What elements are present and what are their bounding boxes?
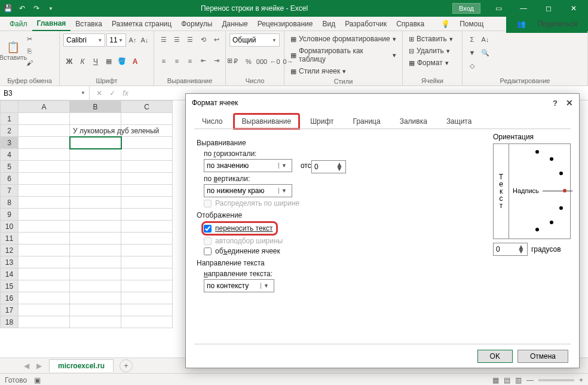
tab-developer[interactable]: Разработчик xyxy=(340,17,391,30)
cancel-button[interactable]: Отмена xyxy=(517,350,568,363)
fx-icon[interactable]: fx xyxy=(121,89,130,97)
tab-view[interactable]: Вид xyxy=(317,17,340,30)
dlg-tab-font[interactable]: Шрифт xyxy=(302,114,341,129)
dlg-tab-fill[interactable]: Заливка xyxy=(392,114,435,129)
enter-formula-icon[interactable]: ✓ xyxy=(108,89,117,97)
wrap-text-icon[interactable]: ↩ xyxy=(210,33,222,45)
row-header[interactable]: 3 xyxy=(1,137,19,149)
find-icon[interactable]: 🔍 xyxy=(479,47,491,59)
paste-button[interactable]: 📋Вставить xyxy=(4,36,23,65)
login-button[interactable]: Вход xyxy=(452,3,480,14)
cancel-formula-icon[interactable]: ✕ xyxy=(94,89,104,97)
row-header[interactable]: 1 xyxy=(1,113,19,125)
tab-help[interactable]: Справка xyxy=(391,17,429,30)
copy-icon[interactable]: ⎘ xyxy=(24,45,35,56)
dlg-tab-alignment[interactable]: Выравнивание xyxy=(234,114,299,129)
save-icon[interactable]: 💾 xyxy=(2,3,13,14)
decrease-indent-icon[interactable]: ⇤ xyxy=(197,55,209,67)
align-middle-icon[interactable]: ☰ xyxy=(171,33,183,45)
add-sheet-button[interactable]: + xyxy=(120,359,133,372)
row-header[interactable]: 5 xyxy=(1,161,19,173)
normal-view-icon[interactable]: ▦ xyxy=(492,376,499,384)
row-header[interactable]: 16 xyxy=(1,292,19,304)
increase-font-icon[interactable]: A↑ xyxy=(127,35,138,45)
comma-icon[interactable]: 000 xyxy=(256,56,268,68)
row-header[interactable]: 8 xyxy=(1,197,19,209)
zoom-in-icon[interactable]: + xyxy=(579,376,583,384)
active-cell[interactable] xyxy=(70,137,121,149)
vertical-text-button[interactable]: Текст xyxy=(494,144,509,239)
underline-button[interactable]: Ч xyxy=(90,56,102,68)
qat-dropdown-icon[interactable]: ▼ xyxy=(45,3,56,14)
dlg-tab-number[interactable]: Число xyxy=(194,114,231,129)
prev-sheet-icon[interactable]: ◀ xyxy=(24,362,29,370)
redo-icon[interactable]: ↷ xyxy=(31,3,42,14)
dialog-help-icon[interactable]: ? xyxy=(553,99,558,108)
cut-icon[interactable]: ✂ xyxy=(24,33,35,44)
dialog-close-icon[interactable]: ✕ xyxy=(566,98,573,108)
bold-button[interactable]: Ж xyxy=(63,56,75,68)
fill-icon[interactable]: ▼ xyxy=(466,47,478,59)
conditional-formatting-button[interactable]: ▦ Условное форматирование ▾ xyxy=(288,33,399,44)
share-button[interactable]: 👥 Поделиться xyxy=(506,15,588,33)
zoom-out-icon[interactable]: — xyxy=(526,376,534,384)
row-header[interactable]: 4 xyxy=(1,149,19,161)
font-color-icon[interactable]: A xyxy=(129,56,141,68)
tab-data[interactable]: Данные xyxy=(217,17,252,30)
help-search[interactable]: Помощ xyxy=(455,17,488,30)
next-sheet-icon[interactable]: ▶ xyxy=(36,362,42,370)
tab-insert[interactable]: Вставка xyxy=(71,17,107,30)
zoom-slider[interactable] xyxy=(538,379,574,381)
insert-cells-button[interactable]: ⊞ Вставить ▾ xyxy=(406,33,458,44)
orientation-icon[interactable]: ⟲ xyxy=(197,33,209,45)
select-all-corner[interactable] xyxy=(1,101,19,113)
macro-record-icon[interactable]: ▣ xyxy=(34,376,41,384)
row-header[interactable]: 7 xyxy=(1,185,19,197)
dlg-tab-protection[interactable]: Защита xyxy=(439,114,480,129)
orientation-control[interactable]: Текст Надпись xyxy=(493,143,571,239)
tab-file[interactable]: Файл xyxy=(5,17,32,30)
tab-home[interactable]: Главная xyxy=(32,17,71,31)
row-header[interactable]: 6 xyxy=(1,173,19,185)
borders-icon[interactable]: ▦ xyxy=(103,56,115,68)
dlg-tab-border[interactable]: Граница xyxy=(345,114,388,129)
row-header[interactable]: 9 xyxy=(1,209,19,221)
row-header[interactable]: 17 xyxy=(1,304,19,316)
accounting-icon[interactable]: ₽ xyxy=(229,56,241,68)
wrap-text-checkbox[interactable]: переносить текст xyxy=(204,224,275,233)
number-format-combo[interactable]: Общий▼ xyxy=(229,33,280,47)
row-header[interactable]: 13 xyxy=(1,256,19,268)
font-name-combo[interactable]: Calibri▼ xyxy=(63,33,105,47)
row-header[interactable]: 11 xyxy=(1,233,19,245)
autosum-icon[interactable]: Σ xyxy=(466,33,478,45)
vertical-combo[interactable]: по нижнему краю▼ xyxy=(204,184,292,197)
tab-page-layout[interactable]: Разметка страниц xyxy=(107,17,176,30)
format-cells-button[interactable]: ▦ Формат ▾ xyxy=(406,57,458,68)
font-size-combo[interactable]: 11▼ xyxy=(106,33,126,47)
percent-icon[interactable]: % xyxy=(243,56,255,68)
tab-review[interactable]: Рецензирование xyxy=(253,17,318,30)
align-right-icon[interactable]: ≡ xyxy=(184,55,196,67)
format-painter-icon[interactable]: 🖌 xyxy=(24,57,35,68)
fill-color-icon[interactable]: 🪣 xyxy=(116,56,128,68)
col-header[interactable]: A xyxy=(19,101,70,113)
col-header[interactable]: C xyxy=(121,101,173,113)
undo-icon[interactable]: ↶ xyxy=(17,3,27,14)
degrees-spinner[interactable]: 0▲▼ xyxy=(493,243,528,256)
page-layout-icon[interactable]: ▤ xyxy=(504,376,510,384)
sheet-tab[interactable]: microexcel.ru xyxy=(49,359,114,372)
row-header[interactable]: 12 xyxy=(1,245,19,256)
row-header[interactable]: 2 xyxy=(1,125,19,137)
format-as-table-button[interactable]: ▦ Форматировать как таблицу ▾ xyxy=(288,45,399,65)
page-break-icon[interactable]: ▥ xyxy=(515,376,522,384)
horizontal-combo[interactable]: по значению▼ xyxy=(204,159,292,172)
align-center-icon[interactable]: ≡ xyxy=(171,55,183,67)
align-top-icon[interactable]: ☰ xyxy=(158,33,170,45)
indent-spinner[interactable]: 0▲▼ xyxy=(311,160,346,173)
align-bottom-icon[interactable]: ☰ xyxy=(184,33,196,45)
row-header[interactable]: 15 xyxy=(1,280,19,292)
row-header[interactable]: 18 xyxy=(1,316,19,328)
align-left-icon[interactable]: ≡ xyxy=(158,55,170,67)
direction-combo[interactable]: по контексту▼ xyxy=(204,279,274,292)
row-header[interactable]: 14 xyxy=(1,268,19,280)
